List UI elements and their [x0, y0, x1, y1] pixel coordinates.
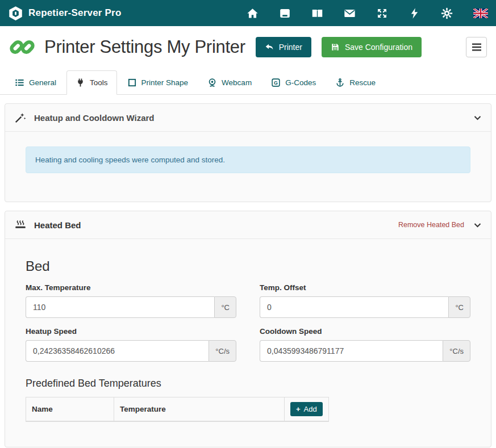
max-temperature-input[interactable] [26, 296, 214, 318]
temp-offset-label: Temp. Offset [260, 283, 470, 292]
plug-icon [76, 78, 85, 87]
table-header-temperature: Temperature [114, 397, 285, 422]
tab-printer-shape[interactable]: Printer Shape [118, 70, 198, 95]
chain-link-icon [9, 34, 35, 60]
temp-offset-input[interactable] [260, 296, 448, 318]
cooldown-speed-unit: °C/s [443, 340, 470, 362]
page-header: Printer Settings My Printer Printer Save… [0, 26, 496, 67]
collapse-chevron-icon[interactable] [473, 114, 482, 122]
gear-icon[interactable] [441, 7, 453, 19]
brand[interactable]: Repetier-Server Pro [8, 6, 121, 21]
magic-wand-icon [14, 111, 27, 124]
remove-heated-bed-link[interactable]: Remove Heated Bed [398, 221, 464, 229]
table-header-row: Name Temperature + Add [26, 397, 329, 422]
navbar-icon-group [247, 7, 488, 19]
cooldown-speed-input[interactable] [260, 340, 443, 362]
tab-printer-shape-label: Printer Shape [141, 78, 189, 87]
list-icon [15, 78, 24, 87]
hamburger-icon [472, 43, 481, 51]
tab-webcam[interactable]: Webcam [198, 70, 261, 95]
svg-text:G: G [274, 80, 278, 86]
info-alert: Heating and cooling speeds were computed… [26, 146, 470, 173]
wizard-panel-title: Heatup and Cooldown Wizard [34, 113, 155, 123]
heatup-speed-input[interactable] [26, 340, 209, 362]
max-temperature-unit: °C [214, 296, 236, 318]
heated-bed-panel-header[interactable]: Heated Bed Remove Heated Bed [5, 211, 491, 239]
heatup-speed-unit: °C/s [209, 340, 236, 362]
back-arrow-icon [265, 43, 274, 52]
tab-tools-label: Tools [90, 78, 108, 87]
brand-name: Repetier-Server Pro [28, 7, 121, 19]
expand-arrows-icon[interactable] [376, 7, 388, 19]
hamburger-menu-button[interactable] [466, 37, 487, 57]
top-navbar: Repetier-Server Pro [0, 0, 496, 26]
tab-rescue[interactable]: Rescue [326, 70, 385, 95]
app-root: Repetier-Server Pro [0, 0, 496, 447]
tab-tools[interactable]: Tools [66, 70, 117, 95]
predefined-temps-table: Name Temperature + Add [26, 397, 329, 422]
tab-general-label: General [29, 78, 56, 87]
tab-gcodes-label: G-Codes [285, 78, 316, 87]
printer-button-label: Printer [279, 43, 302, 52]
anchor-icon [335, 78, 345, 87]
envelope-icon[interactable] [344, 7, 356, 19]
bolt-icon[interactable] [409, 7, 420, 19]
save-button-label: Save Configuration [345, 43, 412, 52]
page-title: Printer Settings My Printer [44, 37, 245, 57]
collapse-chevron-icon[interactable] [473, 221, 482, 229]
home-icon[interactable] [247, 7, 259, 19]
save-configuration-button[interactable]: Save Configuration [322, 37, 422, 57]
wizard-panel: Heatup and Cooldown Wizard Heating and c… [5, 103, 491, 202]
add-temperature-button[interactable]: + Add [290, 402, 323, 416]
tab-general[interactable]: General [6, 70, 65, 95]
cooldown-speed-label: Cooldown Speed [260, 327, 470, 336]
wizard-panel-body: Heating and cooling speeds were computed… [5, 132, 491, 202]
tab-rescue-label: Rescue [349, 78, 376, 87]
heatup-speed-label: Heatup Speed [26, 327, 236, 336]
tab-webcam-label: Webcam [222, 78, 252, 87]
heatup-speed-field-group: Heatup Speed °C/s [26, 327, 236, 362]
plus-icon: + [296, 405, 301, 413]
table-header-name: Name [26, 397, 114, 422]
bed-section-title: Bed [26, 258, 470, 274]
heated-bed-panel-title: Heated Bed [34, 220, 81, 230]
save-icon [331, 43, 340, 52]
repetier-logo-icon [8, 6, 23, 21]
heated-bed-panel-body: Bed Max. Temperature °C Temp. Offset °C [5, 239, 491, 447]
cooldown-speed-field-group: Cooldown Speed °C/s [260, 327, 470, 362]
bed-field-grid: Max. Temperature °C Temp. Offset °C Heat… [26, 283, 470, 362]
wizard-panel-header[interactable]: Heatup and Cooldown Wizard [5, 104, 491, 132]
book-icon[interactable] [311, 7, 323, 19]
language-flag-icon[interactable] [473, 9, 488, 18]
max-temperature-label: Max. Temperature [26, 283, 236, 292]
temp-offset-field-group: Temp. Offset °C [260, 283, 470, 318]
predefined-temps-title: Predefined Bed Temperatures [26, 378, 470, 390]
tab-gcodes[interactable]: G G-Codes [262, 70, 325, 95]
heated-bed-icon [14, 219, 27, 231]
settings-tabs: General Tools Printer Shape Webcam G G-C… [0, 67, 496, 95]
heated-bed-panel: Heated Bed Remove Heated Bed Bed Max. Te… [5, 211, 491, 447]
printer-icon[interactable] [279, 7, 291, 19]
max-temperature-field-group: Max. Temperature °C [26, 283, 236, 318]
webcam-icon [207, 78, 217, 87]
temp-offset-unit: °C [448, 296, 470, 318]
square-outline-icon [127, 78, 137, 87]
gcode-icon: G [271, 78, 281, 87]
printer-back-button[interactable]: Printer [256, 37, 311, 57]
add-button-label: Add [304, 405, 317, 413]
